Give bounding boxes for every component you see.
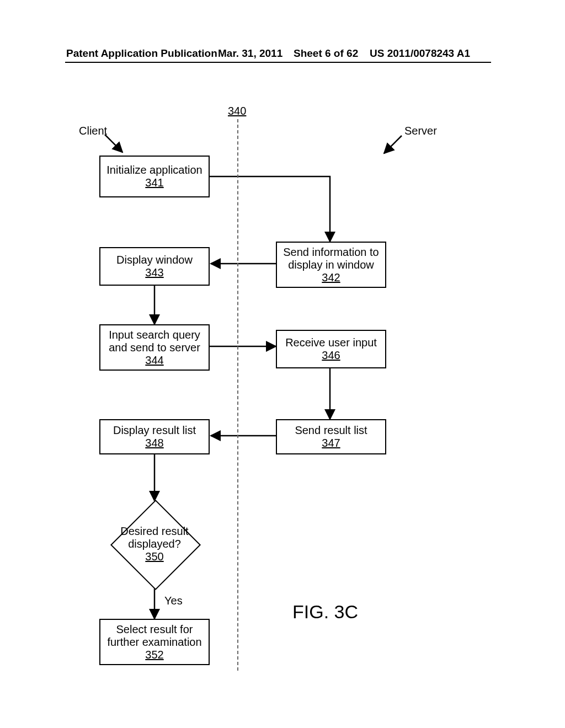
header-publication-type: Patent Application Publication (66, 47, 217, 60)
diamond-text: Desired result displayed? 350 (110, 500, 199, 588)
box-title-line1: Select result for (100, 623, 209, 636)
box-title: Initialize application (100, 164, 209, 176)
box-display-window: Display window 343 (99, 247, 210, 286)
box-title-line2: and send to server (100, 341, 209, 354)
box-send-information: Send information to display in window 34… (276, 242, 386, 288)
yes-label: Yes (164, 595, 183, 607)
box-ref: 347 (277, 437, 385, 449)
diagram-ref-340: 340 (228, 105, 246, 117)
arrow-341-to-342 (209, 176, 330, 242)
box-title: Receive user input (277, 336, 385, 349)
header-publication-no: US 2011/0078243 A1 (370, 47, 470, 60)
header-date: Mar. 31, 2011 (218, 47, 282, 60)
server-label: Server (404, 125, 437, 137)
box-send-result-list: Send result list 347 (276, 419, 386, 454)
header-rule (65, 62, 491, 63)
box-initialize-application: Initialize application 341 (99, 156, 210, 197)
box-ref: 342 (277, 271, 385, 284)
box-title: Display window (100, 254, 209, 266)
box-title-line1: Send information to (277, 246, 385, 259)
box-title-line2: display in window (277, 259, 385, 271)
client-pointer-arrow (105, 135, 122, 152)
box-ref: 346 (277, 349, 385, 362)
box-ref: 352 (100, 649, 209, 661)
box-title: Send result list (277, 424, 385, 437)
header-sheet: Sheet 6 of 62 (294, 47, 358, 60)
box-display-result-list: Display result list 348 (99, 419, 210, 454)
box-ref: 348 (100, 437, 209, 449)
diamond-line2: displayed? (128, 538, 181, 550)
diamond-ref: 350 (145, 550, 163, 563)
diamond-line1: Desired result (120, 525, 188, 538)
box-receive-user-input: Receive user input 346 (276, 330, 386, 368)
server-pointer-arrow (384, 136, 402, 153)
client-label: Client (79, 125, 107, 137)
box-title-line1: Input search query (100, 329, 209, 341)
center-dashed-divider (237, 119, 238, 671)
box-select-result: Select result for further examination 35… (99, 619, 210, 665)
box-ref: 341 (100, 176, 209, 189)
box-ref: 343 (100, 266, 209, 279)
box-ref: 344 (100, 354, 209, 367)
box-title: Display result list (100, 424, 209, 437)
box-title-line2: further examination (100, 636, 209, 649)
box-input-search-query: Input search query and send to server 34… (99, 324, 210, 371)
page: Patent Application Publication Mar. 31, … (0, 0, 565, 728)
figure-label: FIG. 3C (292, 601, 358, 623)
decision-diamond-350: Desired result displayed? 350 (110, 500, 199, 588)
